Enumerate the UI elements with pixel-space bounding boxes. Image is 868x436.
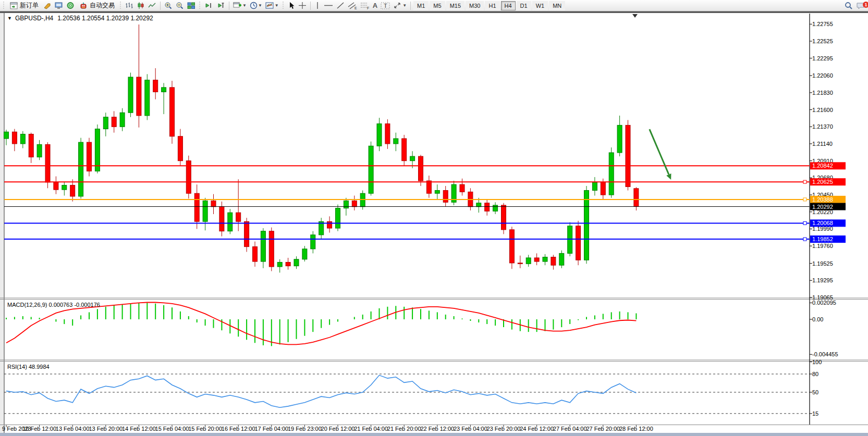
search-button[interactable]	[843, 1, 854, 11]
main-toolbar: 新订单 自动交易	[0, 0, 868, 11]
horizontal-line-icon	[324, 2, 333, 9]
new-order-button[interactable]: 新订单	[7, 1, 42, 11]
price-tick-label: 1.21140	[812, 141, 833, 147]
timeframe-D1[interactable]: D1	[517, 1, 531, 10]
chart-title-row: ▼ GBPUSD-,H4 1.20536 1.20554 1.20239 1.2…	[7, 15, 153, 22]
timeframe-M5[interactable]: M5	[430, 1, 445, 10]
notifications-button[interactable]: 1	[854, 1, 867, 11]
text-label-icon: T	[381, 2, 390, 10]
dropdown-caret-icon: ▼	[242, 3, 247, 8]
notification-count-badge: 1	[863, 2, 868, 8]
zoom-out-button[interactable]	[174, 1, 186, 11]
fibonacci-tool-button[interactable]: F	[359, 1, 371, 11]
date-label: 16 Feb 12:00	[222, 426, 255, 432]
candle-up	[559, 253, 564, 265]
price-tick-label: 1.22060	[812, 72, 833, 79]
rsi-level-label: 100	[812, 359, 822, 365]
candle-down	[402, 139, 407, 161]
text-tool-button[interactable]: A	[371, 1, 379, 11]
auto-trading-button[interactable]: 自动交易	[76, 1, 118, 11]
chart-shift-marker-icon	[632, 14, 638, 18]
text-label-tool-button[interactable]: T	[379, 1, 392, 11]
candle-up	[377, 124, 382, 146]
timeframe-MN[interactable]: MN	[549, 1, 565, 10]
candle-up	[203, 201, 207, 221]
price-badge-label: 1.20388	[812, 196, 833, 203]
arrows-tool-button[interactable]: ▼	[392, 1, 408, 11]
candle-up	[369, 146, 373, 193]
price-tick-label: 1.19760	[812, 243, 833, 249]
new-chart-button[interactable]: ▼	[231, 1, 248, 11]
timeframe-W1[interactable]: W1	[532, 1, 548, 10]
market-depth-button[interactable]	[65, 1, 76, 11]
chart-shift-button[interactable]	[215, 1, 227, 11]
line-chart-button[interactable]	[146, 1, 158, 11]
dropdown-caret-icon: ▼	[402, 3, 407, 8]
cursor-tool-button[interactable]	[286, 1, 297, 11]
chart-canvas[interactable]: 1.227551.225251.222951.220601.218301.216…	[0, 0, 868, 436]
candle-down	[385, 124, 390, 144]
line-handle	[803, 198, 806, 201]
timeframe-M15[interactable]: M15	[446, 1, 464, 10]
cursor-style-button[interactable]	[42, 1, 53, 11]
date-label: 27 Feb 04:00	[553, 426, 587, 432]
vertical-line-tool-button[interactable]	[313, 1, 322, 11]
candlestick-chart-button[interactable]	[135, 1, 146, 11]
candle-up	[128, 77, 133, 113]
auto-scroll-button[interactable]	[203, 1, 215, 11]
timeframe-H4[interactable]: H4	[501, 1, 516, 10]
date-label: 15 Feb 04:00	[155, 426, 189, 432]
candle-down	[419, 156, 423, 181]
candle-down	[460, 184, 464, 192]
gold-arrow-icon	[43, 2, 52, 9]
crosshair-tool-button[interactable]	[297, 1, 308, 11]
zoom-in-button[interactable]	[163, 1, 174, 11]
price-tick-label: 1.22295	[812, 55, 833, 61]
period-button[interactable]: ▼	[248, 1, 264, 11]
monitor-icon	[55, 2, 63, 9]
candle-down	[178, 136, 182, 161]
svg-text:E: E	[354, 6, 357, 10]
tile-windows-button[interactable]	[186, 1, 197, 11]
date-label: 20 Feb 12:00	[321, 426, 355, 432]
candle-down	[29, 134, 33, 157]
toolbar-grip	[2, 2, 6, 10]
timeframe-H1[interactable]: H1	[485, 1, 499, 10]
rsi-axis: 100805015	[4, 359, 822, 417]
auto-trading-label: 自动交易	[90, 1, 115, 10]
macd-tick-label: 0.00	[812, 316, 823, 322]
price-tick-label: 1.22525	[812, 38, 833, 44]
panel-frame	[0, 14, 868, 425]
trendline-tool-button[interactable]	[335, 1, 346, 11]
candle-up	[4, 132, 9, 139]
channel-tool-button[interactable]: E	[346, 1, 359, 11]
fibonacci-icon: F	[360, 2, 370, 10]
bar-chart-icon	[125, 2, 133, 9]
candle-up	[344, 201, 348, 208]
toolbar-separator	[310, 2, 311, 10]
date-label: 15 Feb 20:00	[188, 426, 222, 432]
candle-down	[12, 132, 17, 144]
timeframe-M1[interactable]: M1	[413, 1, 429, 10]
bar-chart-button[interactable]	[124, 1, 135, 11]
candle-up	[394, 139, 398, 144]
auto-scroll-icon	[204, 2, 213, 9]
candle-up	[410, 156, 415, 161]
equidistant-channel-icon: E	[348, 2, 357, 10]
horizontal-line-tool-button[interactable]	[322, 1, 335, 11]
timeframe-M30[interactable]: M30	[466, 1, 484, 10]
candle-down	[70, 185, 75, 196]
candle-up	[609, 153, 614, 195]
symbol-dropdown-icon[interactable]: ▼	[7, 16, 12, 21]
search-icon	[845, 2, 853, 10]
date-label: 27 Feb 20:00	[586, 426, 620, 432]
tile-windows-icon	[187, 2, 195, 9]
date-label: 14 Feb 12:00	[122, 426, 156, 432]
market-watch-button[interactable]	[53, 1, 65, 11]
candle-up	[79, 142, 83, 196]
template-button[interactable]: ▼	[264, 1, 280, 11]
toolbar-separator	[229, 2, 229, 10]
candle-down	[509, 230, 514, 263]
toolbar-separator	[410, 2, 411, 10]
macd-panel	[6, 303, 636, 346]
